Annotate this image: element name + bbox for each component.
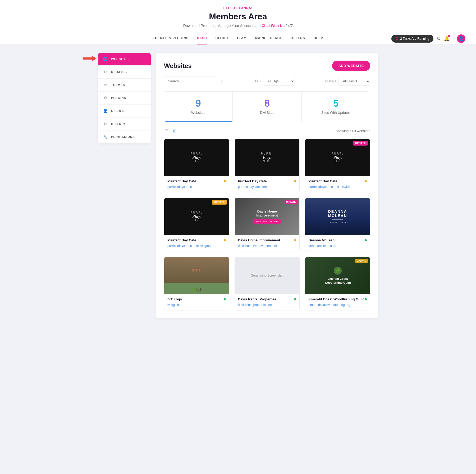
nav-item-offers[interactable]: OFFERS	[291, 33, 305, 44]
website-card-6[interactable]: DEANNA MCLEAN VIEW MY WORK Deanna McLean…	[305, 198, 370, 251]
subtitle-text: Download Products, Manage Your Account a…	[183, 24, 261, 28]
stat-label-divi: Divi Sites	[239, 111, 295, 115]
status-dot-1	[224, 180, 226, 182]
notifications-button[interactable]: 🔔	[444, 36, 450, 42]
view-more-btn: VIEW MY WORK	[327, 221, 348, 224]
website-card-7[interactable]: 🪵🪵🪵 🌿 IVT IVT Logs ivtlogs.com	[164, 257, 229, 310]
website-name-5: Davis Home Improvement	[238, 238, 296, 242]
thumbnail-7: 🪵🪵🪵 🌿 IVT	[164, 257, 229, 294]
chat-link[interactable]: Chat With Us	[262, 24, 285, 28]
globe-icon: 🌐	[103, 57, 108, 61]
add-website-button[interactable]: ADD WEBSITE	[332, 61, 370, 71]
tag-select[interactable]: All Tags	[263, 77, 295, 86]
nav-item-dash[interactable]: DASH	[197, 33, 207, 44]
ivt-logs-img: 🪵🪵🪵	[192, 269, 201, 272]
nav-item-themes-plugins[interactable]: THEMES & PLUGINS	[153, 33, 189, 44]
website-url-9[interactable]: emeraldcoastwoodturning.org	[308, 303, 350, 307]
thumbnail-3: PURR. Play. SIP. UPDATE	[305, 139, 370, 176]
website-info-4: Purrfect Day Cafe purrfectdaycafe.com/co…	[164, 235, 229, 251]
page-title: Websites	[164, 62, 192, 70]
grid-view-button[interactable]: ⊞	[172, 127, 177, 134]
website-card-8[interactable]: Generating Screenshot Davis Rental Prope…	[235, 257, 300, 310]
sidebar-item-clients[interactable]: 👤 CLIENTS	[98, 105, 151, 118]
sidebar-item-updates[interactable]: ↻ UPDATES	[98, 66, 151, 79]
nav-item-cloud[interactable]: CLOUD	[216, 33, 228, 44]
nav-right: C 2 Tasks Are Running ↻ 🔔 👤	[391, 34, 465, 43]
website-url-3[interactable]: purrfectdaycafe.com/louisville	[308, 185, 350, 189]
website-card-3[interactable]: PURR. Play. SIP. UPDATE Purrfect Day Caf…	[305, 139, 370, 192]
sidebar-item-websites[interactable]: 🌐 WEBSITES	[98, 53, 151, 66]
sidebar-label-plugins: PLUGINS	[111, 96, 126, 100]
list-view-button[interactable]: ☰	[164, 127, 170, 134]
user-icon: 👤	[459, 36, 464, 41]
tasks-button[interactable]: C 2 Tasks Are Running	[391, 35, 433, 43]
website-info-8: Davis Rental Properties davisrentalprope…	[235, 294, 300, 310]
status-dot-8	[294, 298, 296, 300]
user-avatar[interactable]: 👤	[457, 34, 465, 43]
thumbnail-8: Generating Screenshot	[235, 257, 300, 294]
main-content: Websites ADD WEBSITE ☆ TAG All Tags CLIE…	[156, 53, 378, 318]
stat-divi[interactable]: 8 Divi Sites	[233, 92, 301, 122]
sidebar-label-websites: WEBSITES	[111, 57, 129, 61]
website-card-5[interactable]: UPDATE Davis Home Improvement REQUEST GA…	[235, 198, 300, 251]
website-info-9: Emerald Coast Woodturning Guild emeraldc…	[305, 294, 370, 310]
sidebar-label-history: HISTORY	[111, 122, 126, 125]
update-badge-5: UPDATE	[285, 200, 297, 204]
website-url-6[interactable]: deannamclean.com	[308, 244, 336, 248]
website-url-7[interactable]: ivtlogs.com	[167, 303, 183, 307]
name-text-5: Davis Home Improvement	[238, 238, 280, 242]
website-url-8[interactable]: davisrentalproperties.net	[238, 303, 273, 307]
stat-updates[interactable]: 5 Sites With Updates	[302, 92, 370, 122]
nav-item-marketplace[interactable]: MARKETPLACE	[255, 33, 282, 44]
website-url-2[interactable]: purrfectdaycafe.com	[238, 185, 267, 189]
website-info-2: Purrfect Day Cafe purrfectdaycafe.com	[235, 176, 300, 192]
status-dot-6	[365, 239, 367, 241]
stat-number-updates: 5	[308, 98, 364, 109]
view-toggle: ☰ ⊞	[164, 127, 177, 134]
website-card-9[interactable]: UPDATE 🌿 Emerald Coast Woodturning Guild…	[305, 257, 370, 310]
tag-filter-group: TAG All Tags	[255, 77, 295, 86]
website-card-4[interactable]: PURR. Play. SIP. UPDATE Purrfect Day Caf…	[164, 198, 229, 251]
sidebar-label-updates: UPDATES	[111, 70, 127, 74]
stats-row: 9 Websites 8 Divi Sites 5 Sites With Upd…	[164, 91, 370, 122]
deanna-text: DEANNA MCLEAN VIEW MY WORK	[324, 207, 351, 227]
notification-dot	[448, 35, 450, 37]
stat-number-divi: 8	[239, 98, 295, 109]
purr-text-1: PURR. Play. SIP.	[190, 152, 203, 163]
website-info-5: Davis Home Improvement davishomeimprovem…	[235, 235, 300, 251]
purr-text-4: PURR. Play. SIP.	[190, 211, 203, 222]
showing-text: Showing all 9 websites	[335, 129, 370, 133]
purr-bg-1: PURR. Play. SIP.	[164, 139, 229, 176]
layout: 🌐 WEBSITES ↻ UPDATES ▭ THEMES ⚙ PLUGINS …	[93, 53, 383, 318]
sidebar-label-permissions: PERMISSIONS	[111, 135, 135, 138]
client-label: CLIENT	[325, 80, 336, 83]
website-url-4[interactable]: purrfectdaycafe.com/covington	[167, 244, 210, 248]
sidebar-item-themes[interactable]: ▭ THEMES	[98, 79, 151, 92]
arrow-indicator	[83, 55, 97, 62]
c-icon: C	[396, 37, 398, 40]
search-input[interactable]	[164, 76, 217, 86]
website-card-2[interactable]: PURR. Play. SIP. Purrfect Day Cafe purrf…	[235, 139, 300, 192]
website-url-5[interactable]: davishomeimprovement.net	[238, 244, 277, 248]
stat-divider-1	[232, 92, 233, 122]
sidebar-item-plugins[interactable]: ⚙ PLUGINS	[98, 92, 151, 105]
stat-websites[interactable]: 9 Websites	[164, 92, 232, 122]
nav-item-help[interactable]: HELP	[314, 33, 323, 44]
generating-text: Generating Screenshot	[251, 274, 283, 277]
stat-divider-2	[301, 92, 302, 122]
nav-item-team[interactable]: TEAM	[236, 33, 246, 44]
subtitle-suffix: 24/7	[286, 24, 293, 28]
client-select[interactable]: All Clients	[338, 77, 370, 86]
sidebar-label-clients: CLIENTS	[111, 109, 126, 112]
refresh-button[interactable]: ↻	[437, 36, 441, 42]
sidebar-item-permissions[interactable]: 🔧 PERMISSIONS	[98, 130, 151, 143]
website-card-1[interactable]: PURR. Play. SIP. Purrfect Day Cafe purrf…	[164, 139, 229, 192]
sidebar-item-history[interactable]: ↻ HISTORY	[98, 118, 151, 130]
emerald-icon: 🌿	[334, 267, 342, 275]
star-filter-button[interactable]: ☆	[220, 78, 224, 84]
plugins-icon: ⚙	[103, 96, 108, 100]
status-dot-4	[224, 239, 226, 241]
purr-text-2: PURR. Play. SIP.	[261, 152, 273, 163]
davis-bg: UPDATE Davis Home Improvement REQUEST GA…	[235, 198, 300, 235]
website-url-1[interactable]: purrfectdaycafe.com	[167, 185, 196, 189]
